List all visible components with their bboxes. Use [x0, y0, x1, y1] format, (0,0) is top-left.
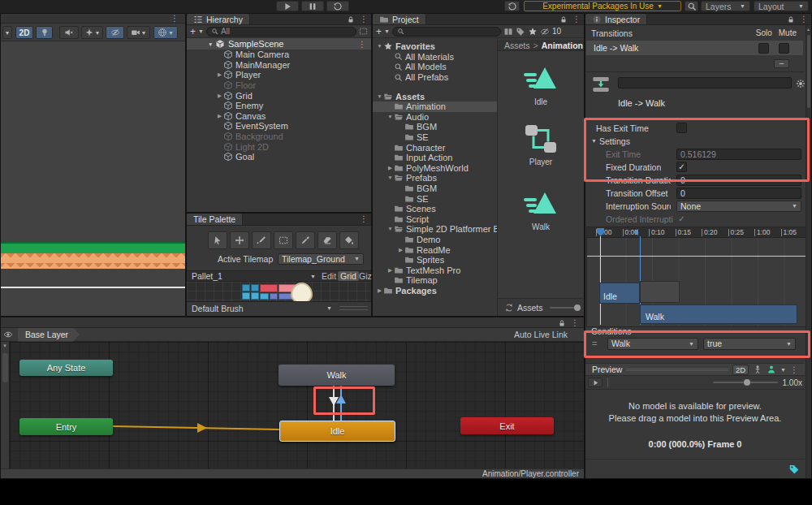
project-item-polymeshworld[interactable]: ▶ PolyMeshWorld	[373, 163, 497, 174]
lock-icon[interactable]	[559, 15, 568, 24]
preview-header[interactable]: Preview 2D ▼ ⋮	[585, 363, 805, 376]
fixed-duration-checkbox[interactable]: ✓	[676, 162, 687, 172]
thumbnail-size-slider[interactable]	[550, 307, 577, 309]
project-item-textmesh-pro[interactable]: ▶ TextMesh Pro	[373, 265, 497, 275]
drag-handle-icon[interactable]: =	[592, 339, 597, 348]
scene-viewport[interactable]	[1, 41, 185, 316]
foldout-arrow[interactable]: ▼	[387, 224, 394, 234]
asset-item-walk[interactable]: Walk	[498, 188, 584, 231]
foldout-arrow[interactable]: ▶	[216, 91, 223, 101]
undo-history-button[interactable]	[504, 1, 520, 11]
foldout-arrow[interactable]: ▶	[216, 70, 223, 80]
hierarchy-item-main-camera[interactable]: Main Camera	[187, 50, 371, 60]
toggle-2d-button[interactable]: 2D	[15, 26, 33, 39]
kebab-icon[interactable]: ⋮	[800, 14, 808, 24]
scene-root-row[interactable]: ▼ SampleScene ⋮	[187, 38, 371, 50]
foldout-arrow[interactable]: ▶	[376, 286, 383, 296]
avatar-icon[interactable]	[767, 365, 776, 374]
tool-eraser-button[interactable]	[317, 231, 337, 249]
chevron-down-icon[interactable]: ▼	[198, 28, 204, 34]
collapsed-parameters-handle[interactable]	[2, 353, 8, 382]
state-node-idle-selected[interactable]: Idle	[279, 421, 395, 442]
tool-fill-button[interactable]	[339, 231, 359, 249]
hierarchy-item-goal[interactable]: Goal	[187, 152, 371, 162]
scene-camera-dropdown[interactable]: ▼	[127, 26, 150, 39]
edit-button[interactable]: Edit	[319, 271, 339, 281]
project-search-input[interactable]	[392, 27, 501, 37]
project-item-scenes[interactable]: Scenes	[373, 204, 497, 214]
foldout-arrow[interactable]: ▼	[387, 173, 394, 183]
inspector-scrollbar[interactable]: ▲	[806, 25, 811, 478]
tab-tile-palette[interactable]: Tile Palette	[187, 214, 243, 225]
timeline-ruler[interactable]: 0:000:050:100:150:200:251:001:05	[587, 227, 806, 238]
transition-timeline[interactable]: 0:000:050:100:150:200:251:001:05 Idle Wa…	[586, 227, 806, 327]
foldout-arrow[interactable]: ▶	[387, 163, 394, 173]
slider-knob[interactable]	[744, 379, 750, 386]
mute-checkbox[interactable]	[779, 43, 789, 54]
brush-dropdown[interactable]: Default Brush	[192, 304, 244, 313]
hierarchy-item-light-2d[interactable]: Light 2D	[187, 141, 371, 152]
palette-canvas[interactable]	[187, 282, 371, 301]
condition-parameter-dropdown[interactable]: Walk▼	[607, 338, 698, 350]
project-item-packages[interactable]: ▶ Packages	[373, 286, 497, 296]
state-node-any-state[interactable]: Any State	[19, 360, 113, 376]
project-item-assets[interactable]: ▼ Assets	[373, 91, 497, 101]
gizmos-button[interactable]: Giz	[359, 271, 372, 281]
solo-checkbox[interactable]	[758, 43, 769, 54]
lock-icon[interactable]	[558, 319, 566, 327]
palette-tile[interactable]	[251, 284, 259, 291]
breadcrumb-base-layer[interactable]: Base Layer	[18, 328, 80, 342]
scene-effects-dropdown[interactable]: ▼	[81, 26, 103, 39]
slider-knob[interactable]	[574, 304, 581, 311]
tool-move-button[interactable]	[230, 231, 249, 249]
step-button[interactable]	[326, 1, 349, 11]
palette-tile[interactable]	[260, 284, 278, 292]
project-item-animation[interactable]: Animation	[373, 101, 497, 112]
project-item-sprites[interactable]: Sprites	[373, 255, 497, 265]
foldout-arrow[interactable]: ▼	[208, 41, 215, 47]
tool-picker-button[interactable]	[296, 231, 315, 249]
palette-tile[interactable]	[242, 292, 250, 300]
transition-start-marker[interactable]	[633, 229, 638, 235]
palette-tile[interactable]	[270, 293, 278, 300]
project-item-script[interactable]: Script	[373, 214, 497, 225]
kebab-icon[interactable]: ⋮	[360, 214, 368, 224]
tool-cursor-button[interactable]	[208, 231, 227, 249]
tag-icon[interactable]	[516, 27, 525, 37]
search-window-icon[interactable]	[359, 27, 368, 36]
tab-project[interactable]: Project	[373, 14, 426, 24]
project-item-character[interactable]: Character	[373, 142, 497, 153]
grid-button[interactable]: Grid	[338, 271, 359, 281]
hierarchy-search-input[interactable]: All	[206, 27, 356, 37]
hierarchy-item-canvas[interactable]: ▶ Canvas	[187, 111, 371, 122]
palette-name-dropdown[interactable]: Pallet_1	[192, 271, 222, 281]
active-tilemap-dropdown[interactable]: Tilemap_Ground ▼	[278, 253, 364, 265]
hierarchy-item-background[interactable]: Background	[187, 132, 371, 142]
project-item-favorites[interactable]: ▼ Favorites	[373, 41, 497, 52]
foldout-arrow[interactable]: ▶	[387, 265, 394, 275]
scene-audio-button[interactable]	[59, 26, 79, 39]
chevron-down-icon[interactable]: ▼	[2, 343, 7, 348]
gear-icon[interactable]	[796, 79, 806, 88]
hierarchy-item-mainmanager[interactable]: MainManager	[187, 60, 371, 71]
breadcrumb-current[interactable]: Animation	[542, 41, 583, 50]
condition-value-dropdown[interactable]: true▼	[703, 338, 796, 350]
project-item-bgm[interactable]: BGM	[373, 122, 497, 132]
chevron-down-icon[interactable]: ▼	[384, 28, 390, 34]
auto-live-link-button[interactable]: Auto Live Link	[514, 330, 568, 339]
project-item-se[interactable]: SE	[373, 193, 497, 204]
pause-button[interactable]	[301, 1, 324, 11]
tool-brush-button[interactable]	[252, 231, 271, 249]
hierarchy-item-player[interactable]: ▶ Player	[187, 70, 371, 80]
hierarchy-item-floor[interactable]: Floor	[187, 80, 371, 91]
brush-resize-handle[interactable]	[339, 306, 368, 310]
crossfade-block[interactable]	[640, 281, 680, 303]
interruption-source-dropdown[interactable]: None▼	[676, 201, 801, 212]
scroll-up-icon[interactable]: ▲	[806, 27, 810, 32]
remove-transition-button[interactable]: −	[774, 59, 789, 68]
palette-tile[interactable]	[251, 292, 259, 300]
asset-item-idle[interactable]: Idle	[498, 63, 584, 106]
tab-hierarchy[interactable]: Hierarchy	[187, 14, 250, 24]
transition-offset-field[interactable]: 0	[676, 188, 801, 199]
kebab-icon[interactable]: ⋮	[358, 39, 366, 50]
